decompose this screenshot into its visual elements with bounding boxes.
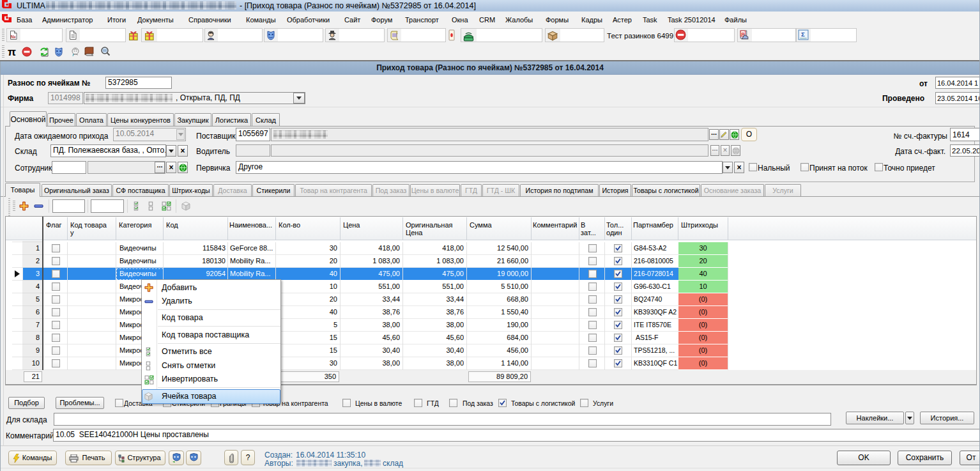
- svg-text:Σ: Σ: [801, 31, 805, 38]
- svg-text:№: №: [11, 35, 16, 39]
